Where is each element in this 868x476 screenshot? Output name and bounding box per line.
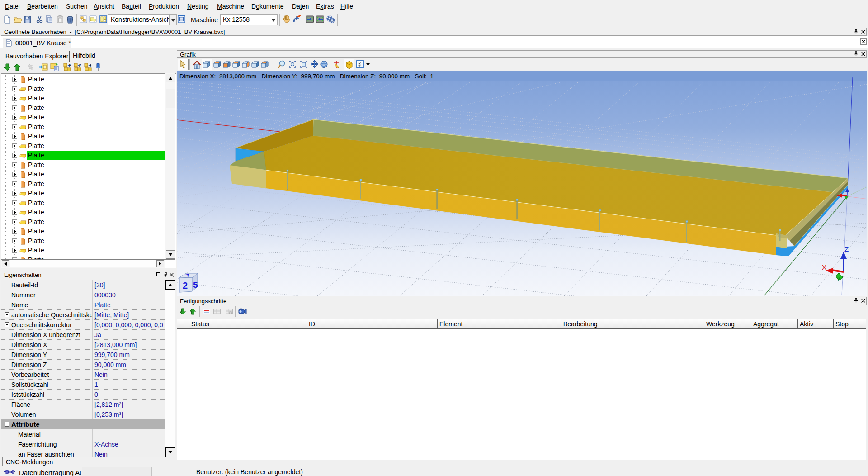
svg-text:Dimension X: 2813,000 mm Di: Dimension X: 2813,000 mm Dimension Y: 99…: [179, 73, 434, 80]
svg-text:Y: Y: [836, 276, 840, 283]
svg-text:x: x: [69, 63, 71, 67]
svg-text:5: 5: [193, 280, 198, 290]
svg-text:2: 2: [183, 281, 188, 290]
svg-text:X: X: [822, 263, 826, 271]
svg-text:Z: Z: [844, 245, 849, 253]
svg-text:y: y: [79, 63, 81, 67]
svg-text:z: z: [90, 63, 91, 67]
